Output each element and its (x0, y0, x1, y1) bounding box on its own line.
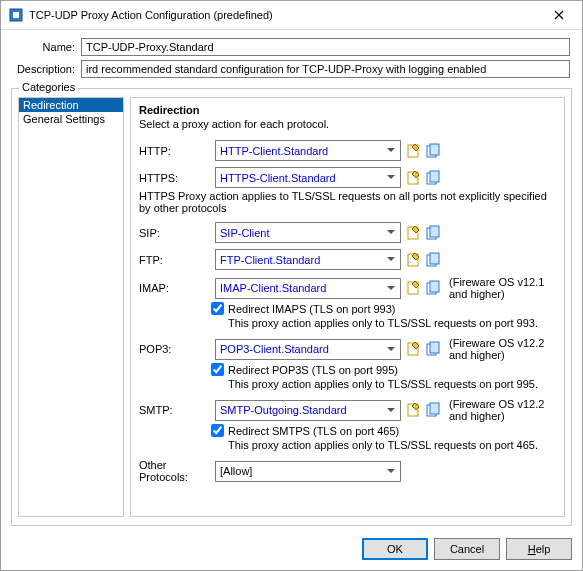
close-button[interactable] (542, 4, 576, 26)
titlebar: TCP-UDP Proxy Action Configuration (pred… (1, 1, 582, 30)
chevron-down-icon (383, 463, 398, 480)
pop3-combo[interactable]: POP3-Client.Standard (215, 339, 401, 360)
edit-icon[interactable] (405, 279, 423, 297)
window-title: TCP-UDP Proxy Action Configuration (pred… (29, 9, 273, 21)
pop3-sidenote: (Fireware OS v12.2 and higher) (449, 337, 556, 361)
button-bar: OK Cancel Help (1, 532, 582, 570)
categories-legend: Categories (19, 81, 78, 93)
chevron-down-icon (383, 402, 398, 419)
edit-icon[interactable] (405, 401, 423, 419)
http-label: HTTP: (139, 145, 211, 157)
copy-icon[interactable] (425, 142, 443, 160)
chevron-down-icon (383, 251, 398, 268)
edit-icon[interactable] (405, 142, 423, 160)
copy-icon[interactable] (425, 251, 443, 269)
cancel-button[interactable]: Cancel (434, 538, 500, 560)
dialog-window: TCP-UDP Proxy Action Configuration (pred… (0, 0, 583, 571)
ftp-value: FTP-Client.Standard (220, 254, 320, 266)
svg-rect-6 (430, 171, 439, 182)
svg-rect-12 (430, 253, 439, 264)
imap-label: IMAP: (139, 282, 211, 294)
imap-redirect-checkbox[interactable]: Redirect IMAPS (TLS on port 993) (211, 302, 556, 315)
smtp-label: SMTP: (139, 404, 211, 416)
imap-redirect-label: Redirect IMAPS (TLS on port 993) (228, 303, 396, 315)
category-general-settings[interactable]: General Settings (19, 112, 123, 126)
svg-rect-9 (430, 226, 439, 237)
other-protocols-combo[interactable]: [Allow] (215, 461, 401, 482)
chevron-down-icon (383, 169, 398, 186)
copy-icon[interactable] (425, 279, 443, 297)
chevron-down-icon (383, 280, 398, 297)
imap-value: IMAP-Client.Standard (220, 282, 326, 294)
copy-icon[interactable] (425, 224, 443, 242)
https-note: HTTPS Proxy action applies to TLS/SSL re… (139, 190, 556, 214)
chevron-down-icon (383, 224, 398, 241)
imap-redirect-note: This proxy action applies only to TLS/SS… (211, 317, 556, 329)
header-form: Name: Description: (1, 30, 582, 86)
smtp-redirect-label: Redirect SMTPS (TLS on port 465) (228, 425, 399, 437)
category-redirection[interactable]: Redirection (19, 98, 123, 112)
redirection-panel: Redirection Select a proxy action for ea… (130, 97, 565, 517)
help-button[interactable]: Help (506, 538, 572, 560)
smtp-redirect-input[interactable] (211, 424, 224, 437)
imap-redirect-input[interactable] (211, 302, 224, 315)
smtp-sidenote: (Fireware OS v12.2 and higher) (449, 398, 556, 422)
name-input[interactable] (81, 38, 570, 56)
name-label: Name: (13, 41, 75, 53)
imap-combo[interactable]: IMAP-Client.Standard (215, 278, 401, 299)
sip-value: SIP-Client (220, 227, 270, 239)
copy-icon[interactable] (425, 340, 443, 358)
copy-icon[interactable] (425, 169, 443, 187)
panel-subtext: Select a proxy action for each protocol. (139, 118, 556, 130)
other-protocols-label: Other Protocols: (139, 459, 211, 483)
panel-heading: Redirection (139, 104, 556, 116)
pop3-redirect-label: Redirect POP3S (TLS on port 995) (228, 364, 398, 376)
app-icon (9, 8, 23, 22)
pop3-label: POP3: (139, 343, 211, 355)
edit-icon[interactable] (405, 169, 423, 187)
smtp-redirect-checkbox[interactable]: Redirect SMTPS (TLS on port 465) (211, 424, 556, 437)
svg-rect-18 (430, 342, 439, 353)
pop3-value: POP3-Client.Standard (220, 343, 329, 355)
https-value: HTTPS-Client.Standard (220, 172, 336, 184)
categories-list[interactable]: Redirection General Settings (18, 97, 124, 517)
https-label: HTTPS: (139, 172, 211, 184)
smtp-redirect-note: This proxy action applies only to TLS/SS… (211, 439, 556, 451)
svg-rect-15 (430, 281, 439, 292)
categories-fieldset: Categories Redirection General Settings … (11, 88, 572, 526)
edit-icon[interactable] (405, 224, 423, 242)
copy-icon[interactable] (425, 401, 443, 419)
description-input[interactable] (81, 60, 570, 78)
http-value: HTTP-Client.Standard (220, 145, 328, 157)
chevron-down-icon (383, 341, 398, 358)
pop3-redirect-note: This proxy action applies only to TLS/SS… (211, 378, 556, 390)
description-label: Description: (13, 63, 75, 75)
other-protocols-value: [Allow] (220, 465, 252, 477)
ftp-combo[interactable]: FTP-Client.Standard (215, 249, 401, 270)
sip-label: SIP: (139, 227, 211, 239)
ftp-label: FTP: (139, 254, 211, 266)
smtp-combo[interactable]: SMTP-Outgoing.Standard (215, 400, 401, 421)
edit-icon[interactable] (405, 340, 423, 358)
sip-combo[interactable]: SIP-Client (215, 222, 401, 243)
smtp-value: SMTP-Outgoing.Standard (220, 404, 347, 416)
chevron-down-icon (383, 142, 398, 159)
https-combo[interactable]: HTTPS-Client.Standard (215, 167, 401, 188)
edit-icon[interactable] (405, 251, 423, 269)
ok-button[interactable]: OK (362, 538, 428, 560)
http-combo[interactable]: HTTP-Client.Standard (215, 140, 401, 161)
imap-sidenote: (Fireware OS v12.1 and higher) (449, 276, 556, 300)
pop3-redirect-checkbox[interactable]: Redirect POP3S (TLS on port 995) (211, 363, 556, 376)
pop3-redirect-input[interactable] (211, 363, 224, 376)
svg-rect-21 (430, 403, 439, 414)
svg-rect-3 (430, 144, 439, 155)
